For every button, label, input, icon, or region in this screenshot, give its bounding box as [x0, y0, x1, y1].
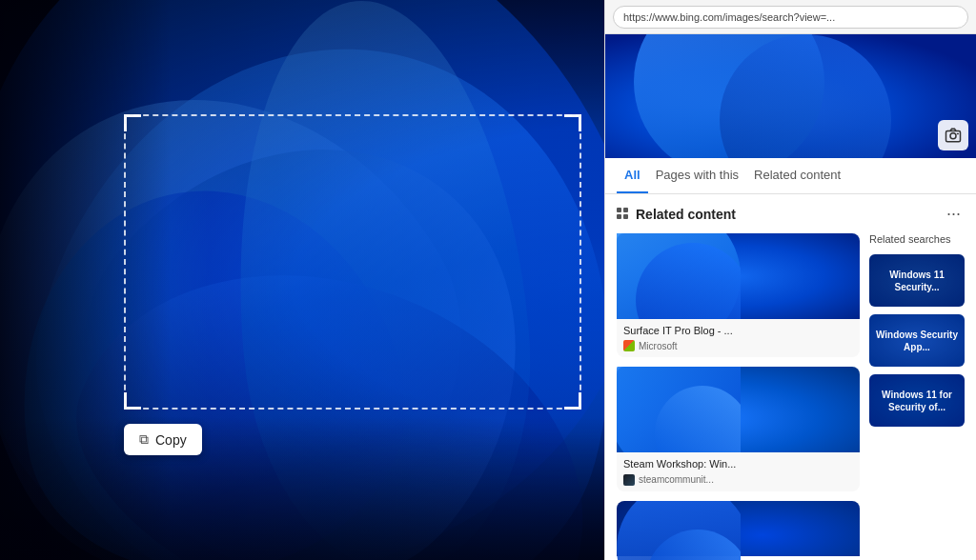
- card-image-1: [617, 233, 860, 319]
- copy-icon: ⧉: [139, 431, 149, 448]
- grid-icon: [617, 208, 630, 221]
- search-card-2[interactable]: Windows Security App...: [869, 314, 965, 367]
- card-image-3: [617, 501, 860, 556]
- grid-dot-1: [617, 208, 621, 212]
- card-img-2-overlay: [617, 367, 741, 452]
- card-source-name-1: Microsoft: [639, 341, 678, 351]
- related-searches: Related searches Windows 11 Security... …: [869, 233, 965, 556]
- cards-list: Surface IT Pro Blog - ... Microsoft: [617, 233, 860, 556]
- card-img-overlay: [617, 233, 741, 319]
- section-title: Related content: [617, 207, 736, 222]
- bottom-shadow: [0, 417, 604, 560]
- address-bar: https://www.bing.com/images/search?view=…: [605, 0, 976, 34]
- card-img-3-overlay: [617, 501, 741, 556]
- content-layout: Surface IT Pro Blog - ... Microsoft: [617, 233, 965, 556]
- card-source-1: Microsoft: [623, 340, 853, 351]
- address-box[interactable]: https://www.bing.com/images/search?view=…: [613, 6, 968, 29]
- related-section: Related content ···: [605, 194, 976, 556]
- address-text: https://www.bing.com/images/search?view=…: [623, 11, 835, 23]
- section-header: Related content ···: [617, 204, 965, 224]
- tabs-row: All Pages with this Related content: [605, 158, 976, 194]
- search-label-2: Windows Security App...: [869, 314, 965, 367]
- search-card-1[interactable]: Windows 11 Security...: [869, 254, 965, 307]
- grid-dot-2: [623, 208, 628, 212]
- svg-point-1: [950, 133, 956, 139]
- search-header: Related searches: [869, 233, 965, 245]
- card-source-name-2: steamcommunit...: [639, 474, 714, 485]
- card-title-1: Surface IT Pro Blog - ...: [623, 324, 853, 337]
- camera-search-button[interactable]: [938, 120, 968, 150]
- svg-rect-2: [957, 133, 959, 135]
- image-preview: [605, 34, 976, 158]
- tab-all[interactable]: All: [617, 158, 648, 193]
- search-label-1: Windows 11 Security...: [869, 254, 965, 307]
- card-source-2: steamcommunit...: [623, 474, 853, 486]
- card-title-2: Steam Workshop: Win...: [623, 457, 853, 470]
- steam-favicon: [623, 474, 635, 486]
- grid-dot-4: [623, 214, 628, 219]
- card-steam[interactable]: Steam Workshop: Win... steamcommunit...: [617, 367, 860, 490]
- tab-pages-with-this[interactable]: Pages with this: [648, 158, 746, 193]
- more-options-button[interactable]: ···: [943, 204, 965, 224]
- search-label-3: Windows 11 for Security of...: [869, 374, 965, 427]
- search-card-3[interactable]: Windows 11 for Security of...: [869, 374, 965, 427]
- grid-dot-3: [617, 214, 621, 219]
- card-info-1: Surface IT Pro Blog - ... Microsoft: [617, 319, 860, 357]
- card-image-2: [617, 367, 860, 452]
- microsoft-favicon: [623, 340, 635, 351]
- browser-panel: https://www.bing.com/images/search?view=…: [604, 0, 976, 560]
- copy-label: Copy: [155, 432, 187, 448]
- browser-content: All Pages with this Related content: [605, 34, 976, 560]
- camera-icon: [945, 127, 962, 144]
- copy-button[interactable]: ⧉ Copy: [124, 424, 202, 455]
- card-dribbble[interactable]: Windows 11 Wallpar... dribbble.com: [617, 501, 860, 556]
- card-info-2: Steam Workshop: Win... steamcommunit...: [617, 452, 860, 490]
- card-surface-it[interactable]: Surface IT Pro Blog - ... Microsoft: [617, 233, 860, 357]
- tab-related-content[interactable]: Related content: [746, 158, 848, 193]
